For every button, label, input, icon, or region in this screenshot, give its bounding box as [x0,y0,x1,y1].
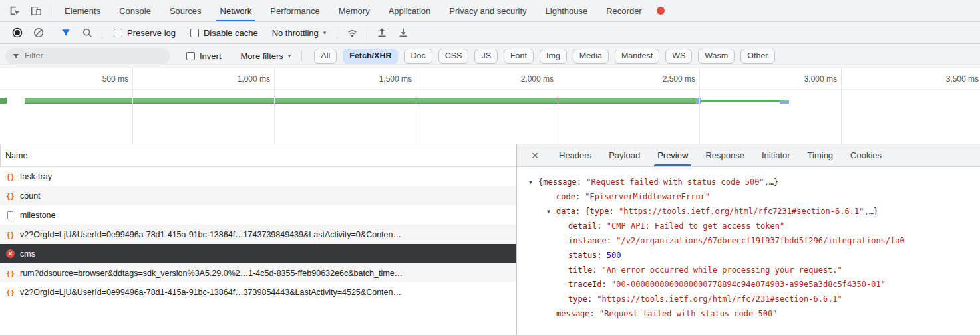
waterfall-bar-main [25,98,695,104]
file-json-icon: {} [5,231,15,239]
filter-chip-ws[interactable]: WS [665,49,692,64]
table-row[interactable]: {}count [0,186,516,205]
filter-chip-css[interactable]: CSS [438,49,469,64]
json-punctuation: : [587,294,597,304]
json-string: "https://tools.ietf.org/html/rfc7231#sec… [597,294,842,304]
details-tab-headers[interactable]: Headers [550,144,600,166]
preview-line[interactable]: instance: "/v2/organizations/67dbceccf19… [529,233,980,248]
devtools-tab-lighthouse[interactable]: Lighthouse [536,0,597,21]
disable-cache-checkbox[interactable]: Disable cache [190,28,258,38]
json-string: "https://tools.ietf.org/html/rfc7231#sec… [619,207,864,216]
import-har-icon[interactable] [375,25,389,40]
json-punctuation: : [590,309,599,318]
devtools-tab-elements[interactable]: Elements [55,0,110,21]
filter-bar: Invert More filters ▾ AllFetch/XHRDocCSS… [0,44,980,68]
request-name: rum?ddsource=browser&ddtags=sdk_version%… [20,269,403,278]
expander-icon[interactable]: ▼ [547,205,556,219]
devtools-tab-recorder[interactable]: Recorder [597,0,651,21]
details-tab-response[interactable]: Response [697,144,753,166]
devtools-tab-console[interactable]: Console [110,0,160,21]
timeline-tick-label: 2,000 ms [504,74,554,84]
devtools-tab-privacy-and-security[interactable]: Privacy and security [440,0,536,21]
timeline-gridline [841,68,842,144]
timeline-tick-label: 3,500 ms [929,74,979,84]
details-tab-timing[interactable]: Timing [799,144,842,166]
table-row[interactable]: {}rum?ddsource=browser&ddtags=sdk_versio… [0,263,516,282]
network-conditions-icon[interactable] [345,25,359,40]
divider [51,5,51,17]
details-tab-bar: ✕ HeadersPayloadPreviewResponseInitiator… [517,144,980,167]
name-column-header[interactable]: Name [0,144,516,167]
table-row[interactable]: {}task-tray [0,167,516,186]
preview-line[interactable]: traceId: "00-0000000000000000778894c94e0… [529,277,980,292]
clear-network-log-icon[interactable] [31,25,46,40]
more-filters-dropdown[interactable]: More filters ▾ [241,51,291,61]
checkbox-box[interactable] [186,52,195,60]
details-tab-preview[interactable]: Preview [649,144,697,166]
details-tab-payload[interactable]: Payload [600,144,649,166]
json-key: type [590,207,609,216]
preview-line[interactable]: detail: "CMP API: Failed to get access t… [529,219,980,233]
filter-chip-font[interactable]: Font [504,49,534,64]
details-tab-cookies[interactable]: Cookies [842,144,890,166]
timeline-tick-label: 500 ms [79,74,128,84]
preview-line[interactable]: type: "https://tools.ietf.org/html/rfc72… [529,292,980,306]
export-har-icon[interactable] [396,25,410,40]
preview-line[interactable]: ▼data: {type: "https://tools.ietf.org/ht… [529,204,980,219]
devtools-tab-sources[interactable]: Sources [160,0,211,21]
network-panel-split: Name {}task-tray{}countmilestone{}v2?Org… [0,144,980,335]
filter-chip-doc[interactable]: Doc [404,49,432,64]
chevron-down-icon: ▾ [288,53,291,59]
record-network-log-icon[interactable] [10,25,25,40]
filter-chip-wasm[interactable]: Wasm [698,49,735,64]
inspect-element-icon[interactable] [7,3,22,18]
error-count-badge[interactable] [657,7,665,15]
table-row[interactable]: {}v2?OrgId=LjU&UserId=0e99496a-78d1-415a… [0,225,516,244]
filter-chip-manifest[interactable]: Manifest [615,49,659,64]
preview-line[interactable]: status: 500 [529,248,980,263]
expander-icon[interactable]: ▼ [529,175,538,190]
table-row[interactable]: {}v2?OrgId=LjU&UserId=0e99496a-78d1-415a… [0,282,516,302]
checkbox-box[interactable] [114,29,122,37]
filter-chip-other[interactable]: Other [740,49,774,64]
request-type-chips: AllFetch/XHRDocCSSJSFontImgMediaManifest… [314,49,774,64]
preview-line[interactable]: message: "Request failed with status cod… [529,306,980,321]
table-row[interactable]: milestone [0,205,516,225]
table-row[interactable]: ✕cms [0,244,516,263]
devtools-tab-network[interactable]: Network [211,0,261,21]
json-key: instance [568,236,607,245]
devtools-tab-application[interactable]: Application [379,0,440,21]
network-overview-timeline[interactable]: 500 ms1,000 ms1,500 ms2,000 ms2,500 ms3,… [0,68,980,144]
devtools-tab-performance[interactable]: Performance [261,0,329,21]
filter-chip-all[interactable]: All [314,49,337,64]
filter-toggle-icon[interactable] [59,25,73,40]
filter-input-wrapper[interactable] [5,48,170,64]
filter-chip-js[interactable]: JS [474,49,498,64]
checkbox-box[interactable] [190,29,199,37]
close-details-icon[interactable]: ✕ [526,150,544,161]
json-punctuation: : [609,207,619,216]
devtools-tab-memory[interactable]: Memory [329,0,379,21]
filter-input[interactable] [25,51,164,60]
preview-line[interactable]: title: "An error occurred while processi… [529,263,980,277]
waterfall-bar-blue-end [780,100,789,104]
search-icon[interactable] [80,25,94,40]
timeline-divider [0,89,980,90]
preview-line[interactable]: code: "EpiserverMiddlewareError" [529,189,980,204]
filter-chip-fetch-xhr[interactable]: Fetch/XHR [343,49,398,64]
more-filters-label: More filters [241,51,283,61]
details-tab-initiator[interactable]: Initiator [753,144,799,166]
preserve-log-checkbox[interactable]: Preserve log [114,28,176,38]
invert-checkbox[interactable]: Invert [186,51,222,61]
device-toolbar-icon[interactable] [29,3,43,18]
timeline-gridline [699,68,700,144]
chevron-down-icon: ▾ [323,29,327,36]
filter-chip-img[interactable]: Img [540,49,567,64]
preview-line[interactable]: ▼{message: "Request failed with status c… [529,175,980,189]
json-punctuation: : { [575,207,590,216]
json-key: message [543,177,577,187]
filter-chip-media[interactable]: Media [573,49,609,64]
timeline-tick-label: 1,000 ms [221,74,270,84]
json-string: "/v2/organizations/67dbceccf19f937fbdd5f… [616,236,904,245]
throttling-select[interactable]: No throttling ▾ [272,28,327,38]
